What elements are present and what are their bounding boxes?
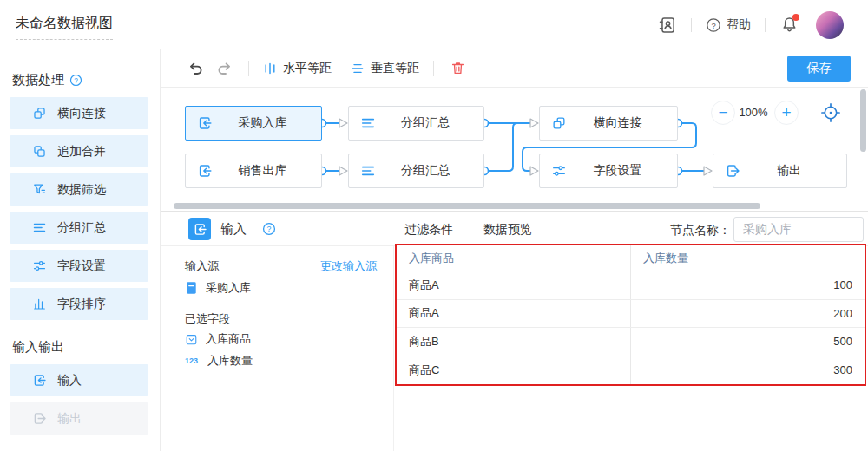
node-sales-outbound[interactable]: 销售出库 bbox=[185, 154, 322, 188]
sidebar-item-label: 输入 bbox=[57, 373, 82, 389]
source-name: 采购入库 bbox=[206, 280, 251, 296]
number-field-icon: 123 bbox=[185, 356, 200, 365]
sidebar: 数据处理 ? 横向连接 追加合并 bbox=[0, 49, 161, 451]
delete-trash-icon[interactable] bbox=[448, 59, 467, 78]
flow-canvas[interactable]: 采购入库 分组汇总 横向连接 销售出库 bbox=[161, 88, 868, 212]
canvas-toolbar: 水平等距 垂直等距 保存 bbox=[161, 49, 868, 88]
sidebar-item-label: 数据筛选 bbox=[57, 182, 106, 198]
cell-quantity: 100 bbox=[631, 271, 865, 299]
node-field-settings[interactable]: 字段设置 bbox=[539, 154, 678, 188]
doc-title[interactable]: 未命名数据视图 bbox=[16, 15, 113, 40]
vertical-spacing-label: 垂直等距 bbox=[371, 61, 419, 76]
field-item[interactable]: 入库商品 bbox=[185, 331, 251, 347]
help-circle-icon[interactable]: ? bbox=[262, 222, 276, 236]
notification-dot bbox=[792, 14, 799, 21]
field-sort-icon bbox=[32, 297, 47, 311]
horizontal-join-icon bbox=[32, 106, 47, 121]
help-button[interactable]: ? 帮助 bbox=[706, 17, 751, 33]
sidebar-item-data-filter[interactable]: 数据筛选 bbox=[10, 173, 148, 206]
cell-product: 商品A bbox=[397, 300, 631, 328]
sidebar-item-label: 输出 bbox=[57, 411, 82, 427]
sidebar-item-append-merge[interactable]: 追加合并 bbox=[10, 135, 148, 167]
node-label: 分组汇总 bbox=[376, 163, 475, 179]
save-button[interactable]: 保存 bbox=[787, 56, 851, 82]
panel-header: 输入 ? 过滤条件 数据预览 节点名称： bbox=[161, 212, 868, 246]
contacts-icon[interactable] bbox=[658, 16, 677, 35]
section-title-data-processing: 数据处理 ? bbox=[12, 72, 160, 88]
cell-quantity: 300 bbox=[631, 356, 865, 385]
node-output[interactable]: 输出 bbox=[713, 154, 847, 188]
zoom-level: 100% bbox=[731, 106, 776, 119]
output-node-icon bbox=[725, 163, 740, 179]
table-row[interactable]: 商品C 300 bbox=[397, 356, 865, 385]
node-label: 输出 bbox=[740, 163, 838, 179]
field-settings-icon bbox=[551, 163, 567, 179]
sidebar-item-label: 横向连接 bbox=[57, 106, 106, 121]
node-label: 分组汇总 bbox=[376, 115, 475, 131]
node-group-summary-1[interactable]: 分组汇总 bbox=[348, 106, 484, 141]
zoom-in-button[interactable]: + bbox=[774, 101, 799, 125]
table-row[interactable]: 商品A 200 bbox=[397, 300, 865, 329]
canvas-vertical-scrollbar[interactable] bbox=[860, 89, 866, 152]
svg-text:?: ? bbox=[74, 77, 78, 85]
node-name-label: 节点名称： bbox=[670, 223, 731, 239]
cell-quantity: 500 bbox=[631, 328, 865, 356]
vertical-spacing-button[interactable]: 垂直等距 bbox=[351, 61, 419, 76]
input-node-badge-icon bbox=[188, 218, 211, 240]
help-circle-icon[interactable]: ? bbox=[69, 74, 82, 87]
tab-data-preview[interactable]: 数据预览 bbox=[483, 222, 532, 238]
section-title-input-output: 输入输出 bbox=[12, 339, 160, 356]
horizontal-spacing-button[interactable]: 水平等距 bbox=[263, 61, 332, 76]
output-icon bbox=[32, 411, 47, 426]
append-merge-icon bbox=[32, 144, 47, 159]
node-group-summary-2[interactable]: 分组汇总 bbox=[348, 154, 484, 188]
field-name: 入库商品 bbox=[206, 331, 251, 347]
node-name-input[interactable] bbox=[733, 217, 864, 242]
group-summary-icon bbox=[32, 220, 47, 235]
input-source-subpanel: 输入源 更改输入源 采购入库 已选字段 入库商品 bbox=[161, 246, 394, 451]
sidebar-item-field-settings[interactable]: 字段设置 bbox=[10, 250, 148, 282]
node-label: 销售出库 bbox=[213, 163, 312, 179]
table-row[interactable]: 商品B 500 bbox=[397, 328, 865, 356]
divider bbox=[433, 61, 434, 76]
panel-title: 输入 bbox=[220, 221, 247, 238]
node-label: 字段设置 bbox=[567, 163, 668, 179]
column-header[interactable]: 入库商品 bbox=[397, 245, 631, 271]
redo-icon[interactable] bbox=[215, 59, 234, 78]
sidebar-item-horizontal-join[interactable]: 横向连接 bbox=[10, 97, 148, 129]
source-item[interactable]: 采购入库 bbox=[185, 280, 251, 296]
notifications-bell-icon[interactable] bbox=[779, 16, 799, 35]
locate-crosshair-icon[interactable] bbox=[820, 102, 841, 123]
divider bbox=[691, 18, 692, 32]
horizontal-join-icon bbox=[551, 115, 567, 131]
canvas-horizontal-scrollbar[interactable] bbox=[174, 203, 760, 209]
node-purchase-inbound[interactable]: 采购入库 bbox=[185, 106, 322, 141]
user-avatar[interactable] bbox=[816, 11, 844, 39]
sidebar-item-group-summary[interactable]: 分组汇总 bbox=[10, 212, 148, 244]
input-icon bbox=[32, 373, 47, 388]
sidebar-item-label: 字段排序 bbox=[57, 297, 106, 312]
table-row[interactable]: 商品A 100 bbox=[397, 271, 865, 300]
sidebar-item-output: 输出 bbox=[10, 402, 148, 435]
cell-quantity: 200 bbox=[631, 300, 865, 328]
cell-product: 商品B bbox=[397, 328, 631, 356]
input-node-icon bbox=[197, 115, 213, 131]
cell-product: 商品A bbox=[397, 271, 631, 299]
divider bbox=[248, 61, 249, 76]
sidebar-item-input[interactable]: 输入 bbox=[10, 364, 148, 396]
node-label: 横向连接 bbox=[567, 115, 668, 131]
node-horizontal-join[interactable]: 横向连接 bbox=[539, 106, 678, 141]
svg-text:?: ? bbox=[267, 225, 272, 233]
tab-filter-conditions[interactable]: 过滤条件 bbox=[404, 222, 453, 238]
field-item[interactable]: 123 入库数量 bbox=[185, 353, 253, 369]
horizontal-spacing-label: 水平等距 bbox=[283, 61, 332, 76]
table-header-row: 入库商品 入库数量 bbox=[397, 245, 865, 271]
sidebar-item-field-sort[interactable]: 字段排序 bbox=[10, 288, 148, 320]
filter-icon bbox=[32, 182, 47, 197]
change-source-link[interactable]: 更改输入源 bbox=[320, 258, 377, 274]
undo-icon[interactable] bbox=[186, 59, 205, 78]
column-header[interactable]: 入库数量 bbox=[631, 245, 865, 271]
help-label: 帮助 bbox=[727, 17, 751, 33]
select-field-icon bbox=[185, 333, 198, 346]
data-preview-table-highlighted: 入库商品 入库数量 商品A 100 商品A 200 商品B 500 商品C 30… bbox=[395, 244, 866, 386]
